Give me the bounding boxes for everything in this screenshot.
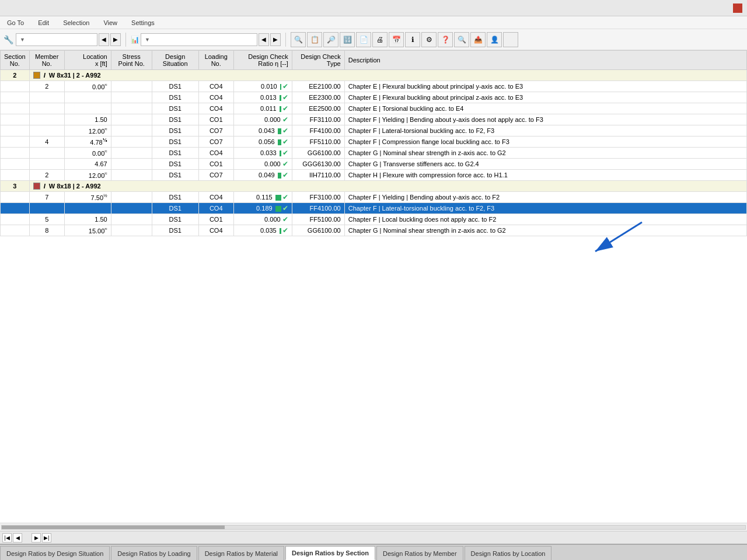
view-nav-prev[interactable]: ◀	[259, 33, 269, 46]
tab-location[interactable]: Design Ratios by Location	[465, 546, 552, 560]
menu-goto[interactable]: Go To	[5, 19, 26, 27]
table-header-row: SectionNo. MemberNo. Locationx [ft] Stre…	[1, 51, 747, 70]
cell-ratio: 0.056 ✔	[233, 136, 292, 148]
zoom-btn[interactable]: 🔍	[291, 32, 306, 47]
toolbar-middle: 📊 ▼ ◀ ▶	[131, 33, 281, 46]
menu-selection[interactable]: Selection	[61, 19, 92, 27]
close-button[interactable]	[733, 4, 742, 13]
cell-description: Chapter F | Compression flange local buc…	[344, 136, 746, 148]
cell-loading: CO4	[198, 225, 233, 236]
view-nav-next[interactable]: ▶	[270, 33, 281, 46]
cell-description: Chapter H | Flexure with compression for…	[344, 170, 746, 181]
export2-btn[interactable]: 📤	[470, 32, 486, 47]
toolbar-sep-2	[285, 33, 286, 47]
toolbar-sep-1	[125, 33, 126, 47]
table-row[interactable]: 4 4.78⅓ DS1 CO7 0.056 ✔ FF5110.00 Chapte…	[1, 136, 747, 148]
cell-section-no	[1, 170, 30, 181]
table-row[interactable]: DS1 CO4 0.013 ✔ EE2300.00 Chapter E | Fl…	[1, 92, 747, 103]
info-btn[interactable]: ℹ	[405, 32, 420, 47]
table-row[interactable]: 12.00≈ DS1 CO7 0.043 ✔ FF4100.00 Chapter…	[1, 125, 747, 136]
cell-check-type: GG6100.00	[292, 148, 344, 159]
title-bar	[0, 0, 747, 16]
table-row[interactable]: DS1 CO4 0.189 ✔ FF4100.00 Chapter F | La…	[1, 203, 747, 214]
cell-member-no: 5	[29, 214, 64, 225]
table-view-btn[interactable]: 📋	[307, 32, 322, 47]
table-row[interactable]: 1.50 DS1 CO1 0.000 ✔ FF3110.00 Chapter F…	[1, 114, 747, 125]
cell-member-no: 2	[29, 170, 64, 181]
horizontal-scrollbar[interactable]	[0, 523, 747, 531]
ratio-value: 0.010	[261, 83, 277, 90]
print-btn[interactable]: 🖨	[372, 32, 388, 47]
next-page-btn[interactable]: ▶	[32, 533, 41, 542]
view-dropdown[interactable]: ▼	[141, 33, 257, 46]
cell-section-no	[1, 225, 30, 236]
cell-stress	[111, 81, 152, 92]
table-row[interactable]: 4.67 DS1 CO1 0.000 ✔ GGG6130.00 Chapter …	[1, 159, 747, 170]
cell-section-no	[1, 92, 30, 103]
table-row[interactable]: 2 0.00≈ DS1 CO4 0.010 ✔ EE2100.00 Chapte…	[1, 81, 747, 92]
ratio-value: 0.000	[264, 116, 281, 123]
tab-member[interactable]: Design Ratios by Member	[376, 546, 463, 560]
cell-stress	[111, 92, 152, 103]
prev-page-btn[interactable]: ◀	[13, 533, 22, 542]
scrollbar-thumb[interactable]	[2, 526, 225, 529]
bottom-nav: |◀ ◀ ▶ ▶|	[0, 531, 747, 544]
cell-design-sit: DS1	[152, 192, 198, 203]
check-ok-icon: ✔	[282, 204, 288, 212]
ratio-value: 0.033	[260, 149, 277, 156]
menu-edit[interactable]: Edit	[36, 19, 51, 27]
table-row[interactable]: 5 1.50 DS1 CO1 0.000 ✔ FF5100.00 Chapter…	[1, 214, 747, 225]
tabs-bar: Design Ratios by Design Situation Design…	[0, 544, 747, 560]
export-btn[interactable]: 📄	[356, 32, 371, 47]
table-row[interactable]: 0.00≈ DS1 CO4 0.033 ✔ GG6100.00 Chapter …	[1, 148, 747, 159]
nav-prev-btn[interactable]: ◀	[99, 33, 109, 46]
table-row[interactable]: DS1 CO4 0.011 ✔ EE2500.00 Chapter E | To…	[1, 103, 747, 114]
section-header-row: 2 I W 8x31 | 2 - A992	[1, 70, 747, 81]
calc-btn[interactable]: 🔢	[340, 32, 355, 47]
cell-member-no	[29, 125, 64, 136]
col-ratio: Design CheckRatio η [--]	[233, 51, 292, 70]
cell-check-type: EE2300.00	[292, 92, 344, 103]
cell-loading: CO7	[198, 125, 233, 136]
col-loading: LoadingNo.	[198, 51, 233, 70]
ratio-value: 0.013	[260, 94, 277, 101]
ratio-value: 0.035	[260, 227, 277, 234]
cell-ratio: 0.035 ✔	[233, 225, 292, 236]
section-label-cell: I W 8x31 | 2 - A992	[29, 70, 746, 81]
tab-design-situation[interactable]: Design Ratios by Design Situation	[0, 546, 110, 560]
cell-member-no	[29, 103, 64, 114]
ratio-bar	[275, 206, 281, 212]
tab-section[interactable]: Design Ratios by Section	[285, 546, 375, 560]
nav-next-btn[interactable]: ▶	[110, 33, 121, 46]
tab-loading[interactable]: Design Ratios by Loading	[111, 546, 197, 560]
user-btn[interactable]: 👤	[487, 32, 502, 47]
table-row[interactable]: 7 7.50½ DS1 CO4 0.115 ✔ FF3100.00 Chapte…	[1, 192, 747, 203]
section-label: I W 8x18 | 2 - A992	[33, 183, 743, 190]
table-row[interactable]: 8 15.00≈ DS1 CO4 0.035 ✔ GG6100.00 Chapt…	[1, 225, 747, 236]
last-page-btn[interactable]: ▶|	[42, 533, 51, 542]
menu-view[interactable]: View	[101, 19, 120, 27]
ratio-bar	[278, 139, 281, 145]
filter-btn[interactable]: 🔎	[323, 32, 338, 47]
settings2-btn[interactable]: ⚙	[421, 32, 437, 47]
cell-check-type: EE2100.00	[292, 81, 344, 92]
help-btn[interactable]: ❓	[438, 32, 453, 47]
cell-ratio: 0.010 ✔	[233, 81, 292, 92]
col-description: Description	[344, 51, 746, 70]
cell-section-no	[1, 203, 30, 214]
more-btn[interactable]	[503, 32, 518, 47]
first-page-btn[interactable]: |◀	[2, 533, 12, 542]
table-row[interactable]: 2 12.00≈ DS1 CO7 0.049 ✔ IIH7110.00 Chap…	[1, 170, 747, 181]
cell-location: 1.50	[64, 114, 111, 125]
tab-material[interactable]: Design Ratios by Material	[198, 546, 284, 560]
module-dropdown[interactable]: ▼	[16, 33, 97, 46]
cell-ratio: 0.049 ✔	[233, 170, 292, 181]
calendar-btn[interactable]: 📅	[389, 32, 404, 47]
check-ok-icon: ✔	[282, 149, 288, 157]
search-btn[interactable]: 🔍	[454, 32, 469, 47]
ratio-value: 0.011	[260, 105, 277, 112]
menu-settings[interactable]: Settings	[129, 19, 157, 27]
ratio-value: 0.049	[259, 172, 275, 178]
ratio-bar	[280, 84, 281, 90]
cell-location: 7.50½	[64, 192, 111, 203]
